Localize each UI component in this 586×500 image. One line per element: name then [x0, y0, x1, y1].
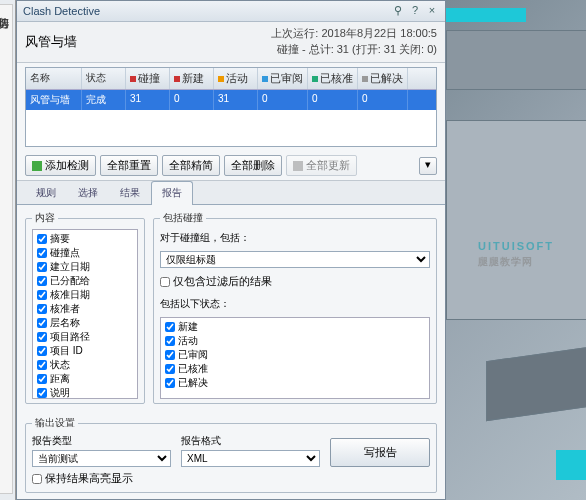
- status-item[interactable]: 新建: [163, 320, 427, 334]
- content-item[interactable]: 距离: [35, 372, 135, 386]
- content-item[interactable]: 核准者: [35, 302, 135, 316]
- tab-rules[interactable]: 规则: [25, 181, 67, 204]
- status-checklist[interactable]: 新建活动已审阅已核准已解决: [160, 317, 430, 399]
- refresh-icon: [293, 161, 303, 171]
- test-header: 风管与墙 上次运行: 2018年8月22日 18:00:5 碰撞 - 总计: 3…: [17, 22, 445, 63]
- tab-select[interactable]: 选择: [67, 181, 109, 204]
- window-title: Clash Detective: [23, 5, 100, 17]
- tests-toolbar: 添加检测 全部重置 全部精简 全部删除 全部更新 ▾: [17, 151, 445, 181]
- write-report-button[interactable]: 写报告: [330, 438, 430, 467]
- test-name: 风管与墙: [25, 33, 77, 51]
- reset-all-button[interactable]: 全部重置: [100, 155, 158, 176]
- tab-report[interactable]: 报告: [151, 181, 193, 205]
- content-checklist[interactable]: 摘要碰撞点建立日期已分配给核准日期核准者层名称项目路径项目 ID状态距离说明注释…: [32, 229, 138, 399]
- 3d-viewport[interactable]: UITUISOFT腿腿教学网: [446, 0, 586, 500]
- tabstrip: 规则 选择 结果 报告: [17, 181, 445, 205]
- table-row[interactable]: 风管与墙 完成 31 0 31 0 0 0: [26, 90, 436, 110]
- content-item[interactable]: 碰撞点: [35, 246, 135, 260]
- output-section: 输出设置 报告类型 当前测试 报告格式 XML 写报告 保持结果高亮显示: [17, 410, 445, 499]
- content-item[interactable]: 核准日期: [35, 288, 135, 302]
- filter-only-checkbox[interactable]: 仅包含过滤后的结果: [160, 274, 430, 289]
- content-item[interactable]: 项目 ID: [35, 344, 135, 358]
- title-bar: Clash Detective ⚲ ? ×: [17, 1, 445, 22]
- content-item[interactable]: 层名称: [35, 316, 135, 330]
- content-item[interactable]: 建立日期: [35, 260, 135, 274]
- clash-detective-panel: Clash Detective ⚲ ? × 风管与墙 上次运行: 2018年8月…: [16, 0, 446, 500]
- update-all-button[interactable]: 全部更新: [286, 155, 357, 176]
- include-clashes-fieldset: 包括碰撞 对于碰撞组，包括： 仅限组标题 仅包含过滤后的结果 包括以下状态： 新…: [153, 211, 437, 404]
- tests-grid: 名称 状态 碰撞 新建 活动 已审阅 已核准 已解决 风管与墙 完成 31 0 …: [25, 67, 437, 147]
- plus-icon: [32, 161, 42, 171]
- dock-tab[interactable]: 选剪切: [0, 4, 13, 494]
- status-item[interactable]: 已审阅: [163, 348, 427, 362]
- content-item[interactable]: 项目路径: [35, 330, 135, 344]
- clash-summary: 碰撞 - 总计: 31 (打开: 31 关闭: 0): [271, 42, 437, 57]
- report-format-select[interactable]: XML: [181, 450, 320, 467]
- content-item[interactable]: 已分配给: [35, 274, 135, 288]
- content-item[interactable]: 状态: [35, 358, 135, 372]
- delete-all-button[interactable]: 全部删除: [224, 155, 282, 176]
- close-icon[interactable]: ×: [425, 4, 439, 18]
- status-item[interactable]: 已核准: [163, 362, 427, 376]
- output-fieldset: 输出设置 报告类型 当前测试 报告格式 XML 写报告 保持结果高亮显示: [25, 416, 437, 493]
- grid-header: 名称 状态 碰撞 新建 活动 已审阅 已核准 已解决: [26, 68, 436, 90]
- status-item[interactable]: 已解决: [163, 376, 427, 390]
- content-fieldset: 内容 摘要碰撞点建立日期已分配给核准日期核准者层名称项目路径项目 ID状态距离说…: [25, 211, 145, 404]
- compact-all-button[interactable]: 全部精简: [162, 155, 220, 176]
- add-test-button[interactable]: 添加检测: [25, 155, 96, 176]
- pin-icon[interactable]: ⚲: [391, 4, 405, 18]
- tab-results[interactable]: 结果: [109, 181, 151, 204]
- group-mode-select[interactable]: 仅限组标题: [160, 251, 430, 268]
- content-item[interactable]: 说明: [35, 386, 135, 399]
- report-type-select[interactable]: 当前测试: [32, 450, 171, 467]
- keep-highlight-checkbox[interactable]: 保持结果高亮显示: [32, 471, 430, 486]
- dock-sidebar: 选剪切 集合 剖面工具: [0, 0, 16, 500]
- report-content: 内容 摘要碰撞点建立日期已分配给核准日期核准者层名称项目路径项目 ID状态距离说…: [17, 205, 445, 410]
- help-icon[interactable]: ?: [408, 4, 422, 18]
- status-item[interactable]: 活动: [163, 334, 427, 348]
- content-item[interactable]: 摘要: [35, 232, 135, 246]
- export-dropdown[interactable]: ▾: [419, 157, 437, 175]
